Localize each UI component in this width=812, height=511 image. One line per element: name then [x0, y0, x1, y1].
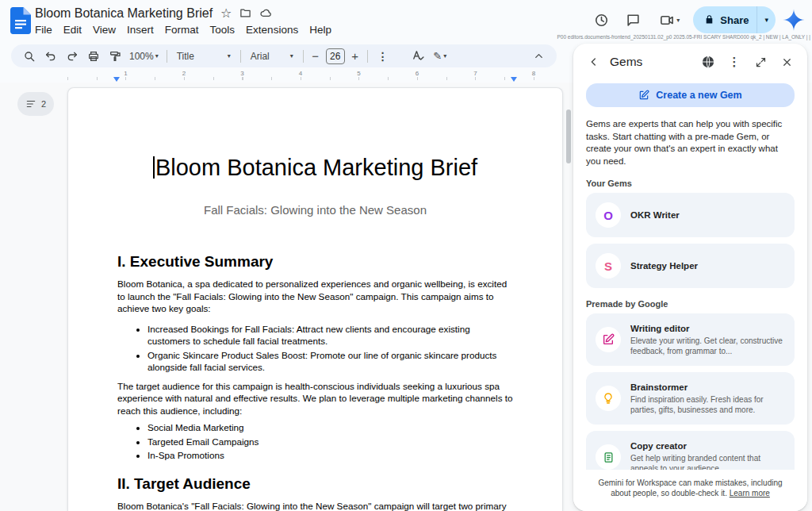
heading-target-audience[interactable]: II. Target Audience [117, 474, 513, 494]
bullet-item[interactable]: Increased Bookings for Fall Facials: Att… [147, 323, 513, 348]
ruler-number: 5 [357, 70, 360, 77]
globe-icon[interactable] [700, 54, 716, 70]
hide-menus-icon[interactable] [528, 47, 549, 66]
chevron-down-icon: ▾ [228, 52, 231, 60]
paragraph-style-select[interactable]: Title▾ [172, 47, 236, 66]
menu-format[interactable]: Format [159, 23, 205, 36]
doc-title-heading[interactable]: Bloom Botanica Marketing Brief [117, 153, 513, 182]
increase-font-size-button[interactable]: + [348, 47, 362, 66]
undo-icon[interactable] [40, 47, 61, 66]
gem-strategy-helper[interactable]: S Strategy Helper [586, 244, 795, 288]
google-docs-window: Bloom Botanica Marketing Brief ☆ File Ed… [0, 0, 812, 511]
gem-okr-writer[interactable]: O OKR Writer [586, 193, 795, 237]
version-history-icon[interactable] [588, 7, 614, 33]
doc-title-text: Bloom Botanica Marketing Brief [155, 155, 477, 180]
doc-subtitle[interactable]: Fall Facials: Glowing into the New Seaso… [117, 202, 513, 217]
more-options-icon[interactable]: ⋮ [726, 54, 742, 70]
menu-bar: File Edit View Insert Format Tools Exten… [29, 23, 337, 36]
comments-icon[interactable] [620, 7, 645, 33]
ruler-number: 2 [182, 70, 186, 77]
spellcheck-icon[interactable] [408, 47, 429, 66]
meet-video-icon[interactable]: ▾ [652, 7, 687, 33]
paragraph[interactable]: Bloom Botanica's "Fall Facials: Glowing … [117, 500, 513, 511]
horizontal-ruler[interactable]: 1 2 3 4 5 6 7 8 [67, 70, 563, 82]
menu-tools[interactable]: Tools [205, 23, 241, 36]
left-indent-marker[interactable] [113, 77, 120, 82]
paragraph[interactable]: The target audience for this campaign is… [117, 380, 513, 417]
gemini-icon[interactable] [782, 8, 806, 32]
expand-panel-icon[interactable] [753, 54, 768, 70]
top-bar: Bloom Botanica Marketing Brief ☆ File Ed… [0, 0, 812, 41]
decrease-font-size-button[interactable]: − [308, 47, 323, 66]
your-gems-label: Your Gems [586, 179, 795, 188]
gems-description: Gems are experts that can help you with … [586, 118, 795, 167]
menu-help[interactable]: Help [304, 23, 337, 36]
bullet-item[interactable]: Organic Skincare Product Sales Boost: Pr… [147, 349, 513, 374]
menu-insert[interactable]: Insert [121, 23, 159, 36]
gems-panel-title: Gems [610, 55, 692, 69]
gems-panel-header: Gems ⋮ [573, 44, 807, 77]
pen-square-icon [596, 327, 621, 352]
print-icon[interactable] [83, 47, 104, 66]
paragraph[interactable]: Bloom Botanica, a spa dedicated to perso… [117, 278, 513, 315]
docs-logo-icon[interactable] [10, 7, 31, 37]
learn-more-link[interactable]: Learn more [730, 489, 770, 498]
menu-file[interactable]: File [29, 23, 58, 36]
chevron-down-icon: ▾ [676, 17, 680, 24]
more-tools-icon[interactable]: ⋮ [373, 47, 393, 66]
star-icon[interactable]: ☆ [220, 6, 232, 21]
gem-copy-creator[interactable]: Copy creator Get help writing branded co… [586, 431, 795, 470]
bullet-item[interactable]: Social Media Marketing [147, 421, 513, 434]
cloud-status-icon[interactable] [259, 7, 272, 19]
outline-list-icon [25, 98, 36, 110]
zoom-select[interactable]: 100%▾ [126, 47, 162, 66]
share-dropdown-icon[interactable]: ▾ [757, 16, 776, 24]
title-area: Bloom Botanica Marketing Brief ☆ File Ed… [35, 6, 337, 36]
outline-toggle-button[interactable]: 2 [17, 92, 54, 116]
text-cursor [153, 156, 155, 179]
chevron-down-icon: ▾ [155, 52, 159, 60]
menu-view[interactable]: View [87, 23, 121, 36]
bullet-list: Social Media Marketing Targeted Email Ca… [117, 421, 513, 462]
create-gem-label: Create a new Gem [656, 90, 741, 101]
compose-icon [638, 90, 649, 101]
right-indent-marker[interactable] [511, 77, 517, 82]
gems-side-panel: Gems ⋮ Create a new Gem [573, 44, 807, 511]
document-icon [596, 444, 621, 470]
gemini-disclaimer: Gemini for Workspace can make mistakes, … [573, 470, 807, 511]
move-folder-icon[interactable] [239, 7, 251, 19]
share-label: Share [720, 14, 749, 26]
lightbulb-icon [596, 386, 621, 411]
strategy-helper-icon: S [596, 253, 621, 279]
formatting-toolbar: 100%▾ Title▾ Arial▾ − 26 + ⋮ ✎▾ [11, 44, 557, 67]
back-icon[interactable] [586, 54, 602, 70]
chevron-down-icon: ▾ [443, 52, 446, 60]
menu-edit[interactable]: Edit [58, 23, 87, 36]
heading-executive-summary[interactable]: I. Executive Summary [117, 252, 513, 271]
font-size-input[interactable]: 26 [326, 48, 345, 64]
share-button[interactable]: Share ▾ [693, 6, 776, 33]
gem-writing-editor[interactable]: Writing editor Elevate your writing. Get… [586, 313, 795, 366]
pen-tool-icon[interactable]: ✎▾ [430, 47, 450, 66]
paint-format-icon[interactable] [105, 47, 125, 66]
create-gem-button[interactable]: Create a new Gem [586, 83, 795, 107]
font-select[interactable]: Arial▾ [246, 47, 298, 66]
ruler-number: 6 [416, 70, 419, 77]
chevron-down-icon: ▾ [290, 52, 293, 60]
top-right-actions: ▾ Share ▾ [588, 6, 806, 33]
debug-text: P00 editors.documents-frontend_20250131.… [557, 34, 810, 40]
ruler-number: 7 [473, 70, 477, 77]
document-name[interactable]: Bloom Botanica Marketing Brief [35, 6, 213, 21]
document-page[interactable]: Bloom Botanica Marketing Brief Fall Faci… [67, 87, 563, 511]
gems-panel-content: Gems ⋮ Create a new Gem [573, 44, 807, 470]
premade-by-google-label: Premade by Google [586, 299, 795, 309]
tab-count-badge: 2 [41, 99, 46, 109]
vertical-scrollbar[interactable] [566, 110, 571, 163]
close-icon[interactable] [779, 54, 795, 70]
bullet-item[interactable]: Targeted Email Campaigns [147, 436, 513, 448]
gem-brainstormer[interactable]: Brainstormer Find inspiration easily. Fr… [586, 372, 795, 425]
redo-icon[interactable] [62, 47, 82, 66]
menu-extensions[interactable]: Extensions [240, 23, 304, 36]
search-menus-icon[interactable] [19, 47, 40, 66]
bullet-item[interactable]: In-Spa Promotions [147, 449, 513, 462]
